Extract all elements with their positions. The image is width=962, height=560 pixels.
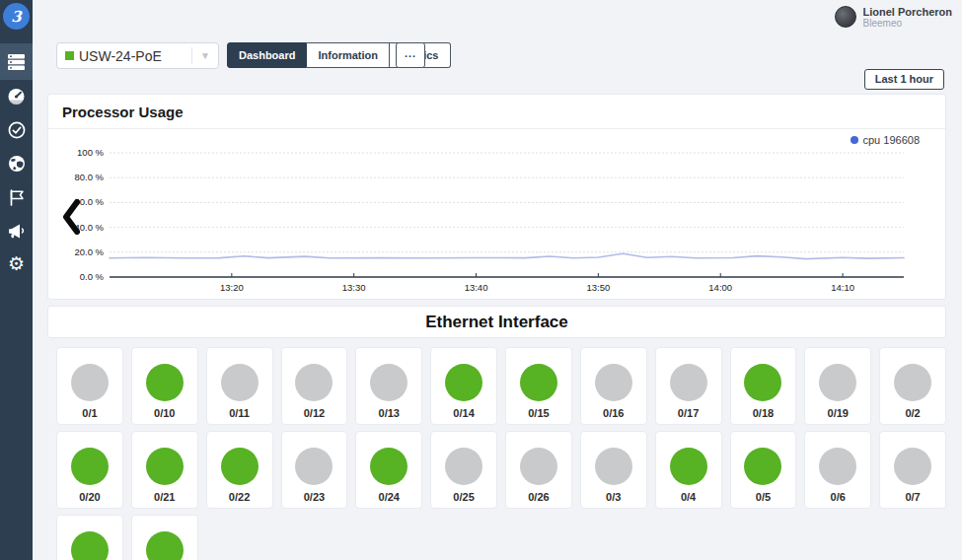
svg-text:14:00: 14:00: [708, 282, 732, 293]
port-status-icon: [146, 364, 184, 401]
port-label: 0/15: [528, 407, 549, 419]
carousel-prev-button[interactable]: [60, 198, 84, 236]
port-tile-0-24[interactable]: 0/24: [355, 431, 422, 509]
bleemeo-logo-icon[interactable]: 3: [3, 3, 30, 30]
port-label: 0/5: [756, 491, 771, 503]
sidebar-nav: ⚙: [0, 43, 33, 281]
sidebar-item-flag[interactable]: [0, 180, 33, 214]
port-label: 0/26: [528, 491, 549, 503]
port-status-icon: [221, 448, 259, 485]
more-options-button[interactable]: ...: [396, 42, 425, 68]
device-status-icon: [65, 51, 74, 60]
port-tile-0-18[interactable]: 0/18: [730, 347, 797, 425]
svg-text:0.0 %: 0.0 %: [80, 271, 105, 282]
port-tile-0-6[interactable]: 0/6: [804, 431, 871, 509]
sidebar-item-gauge[interactable]: [0, 80, 33, 113]
svg-text:20.0 %: 20.0 %: [74, 246, 104, 257]
port-tile-0-21[interactable]: 0/21: [131, 431, 198, 509]
port-status-icon: [520, 364, 557, 401]
sidebar-item-check-circle[interactable]: [0, 113, 33, 147]
port-tile-0-13[interactable]: 0/13: [355, 347, 422, 425]
port-label: 0/11: [229, 407, 250, 419]
processor-usage-card: Processor Usage cpu 196608 100 %80.0 %60…: [47, 94, 946, 300]
port-label: 0/19: [828, 407, 849, 419]
flag-icon: [8, 188, 26, 206]
svg-text:13:50: 13:50: [586, 282, 610, 293]
port-tile-0-2[interactable]: 0/2: [879, 347, 946, 425]
port-tile-0-15[interactable]: 0/15: [505, 347, 572, 425]
sidebar: 3 ⚙: [0, 0, 33, 560]
port-status-icon: [819, 364, 856, 401]
svg-text:13:20: 13:20: [220, 282, 244, 293]
check-circle-icon: [8, 121, 26, 139]
port-status-icon: [71, 531, 109, 560]
port-tile-0-26[interactable]: 0/26: [505, 431, 572, 509]
port-tile-0-5[interactable]: 0/5: [730, 431, 797, 509]
port-tile-0-10[interactable]: 0/10: [131, 347, 198, 425]
port-tile-0-8[interactable]: 0/8: [56, 515, 123, 560]
port-tile-0-4[interactable]: 0/4: [655, 431, 722, 509]
gear-icon: ⚙: [8, 254, 25, 274]
port-status-icon: [146, 531, 184, 560]
sidebar-item-servers[interactable]: [0, 43, 33, 80]
time-range-button[interactable]: Last 1 hour: [864, 69, 944, 90]
port-status-icon: [520, 448, 557, 485]
user-menu[interactable]: Lionel Porcheron Bleemeo: [835, 6, 952, 30]
tab-dashboard[interactable]: Dashboard: [227, 42, 307, 68]
svg-text:80.0 %: 80.0 %: [74, 172, 104, 182]
port-tile-0-14[interactable]: 0/14: [430, 347, 497, 425]
port-tile-0-17[interactable]: 0/17: [655, 347, 722, 425]
port-label: 0/6: [831, 491, 846, 503]
device-selector-value: USW-24-PoE: [79, 48, 191, 64]
port-label: 0/7: [905, 491, 920, 503]
port-label: 0/20: [79, 491, 100, 503]
device-selector[interactable]: USW-24-PoE ▼: [56, 42, 219, 69]
port-label: 0/21: [154, 491, 175, 503]
port-label: 0/1: [82, 407, 97, 419]
port-tile-0-9[interactable]: 0/9: [131, 515, 198, 560]
port-label: 0/18: [753, 407, 774, 419]
port-status-icon: [295, 448, 333, 485]
ethernet-interface-title: Ethernet Interface: [425, 313, 568, 332]
port-status-icon: [744, 364, 781, 401]
port-label: 0/12: [304, 407, 325, 419]
port-label: 0/17: [678, 407, 699, 419]
tab-information[interactable]: Information: [307, 42, 390, 68]
servers-icon: [7, 53, 26, 71]
port-label: 0/23: [304, 491, 325, 503]
port-tile-0-11[interactable]: 0/11: [206, 347, 273, 425]
port-tile-0-7[interactable]: 0/7: [879, 431, 946, 509]
globe-icon: [8, 155, 26, 173]
port-status-icon: [71, 364, 109, 401]
processor-usage-title: Processor Usage: [48, 95, 945, 129]
port-tile-0-23[interactable]: 0/23: [281, 431, 348, 509]
port-tile-0-16[interactable]: 0/16: [580, 347, 647, 425]
sidebar-item-gear[interactable]: ⚙: [0, 247, 33, 281]
port-status-icon: [595, 364, 632, 401]
port-tile-0-12[interactable]: 0/12: [281, 347, 348, 425]
port-status-icon: [744, 448, 781, 485]
port-label: 0/22: [229, 491, 250, 503]
sidebar-item-megaphone[interactable]: [0, 214, 33, 247]
ethernet-interface-card: Ethernet Interface: [47, 306, 946, 338]
gauge-icon: [7, 88, 26, 105]
port-tile-0-22[interactable]: 0/22: [206, 431, 273, 509]
port-status-icon: [370, 364, 407, 401]
port-status-icon: [146, 448, 184, 485]
svg-text:13:30: 13:30: [342, 282, 366, 293]
port-tile-0-19[interactable]: 0/19: [804, 347, 871, 425]
avatar[interactable]: [835, 6, 856, 28]
port-tile-0-20[interactable]: 0/20: [56, 431, 123, 509]
app-root: 3 ⚙ Lionel Porcheron Bleemeo USW-24-PoE …: [0, 0, 962, 560]
port-label: 0/4: [681, 491, 696, 503]
port-tile-0-25[interactable]: 0/25: [430, 431, 497, 509]
port-status-icon: [445, 448, 482, 485]
svg-text:100 %: 100 %: [77, 147, 104, 158]
sidebar-item-globe[interactable]: [0, 147, 33, 180]
port-tile-0-3[interactable]: 0/3: [580, 431, 647, 509]
port-tile-0-1[interactable]: 0/1: [56, 347, 123, 425]
chevron-down-icon[interactable]: ▼: [192, 50, 218, 61]
port-label: 0/10: [154, 407, 175, 419]
port-label: 0/14: [453, 407, 474, 419]
port-label: 0/2: [905, 407, 920, 419]
